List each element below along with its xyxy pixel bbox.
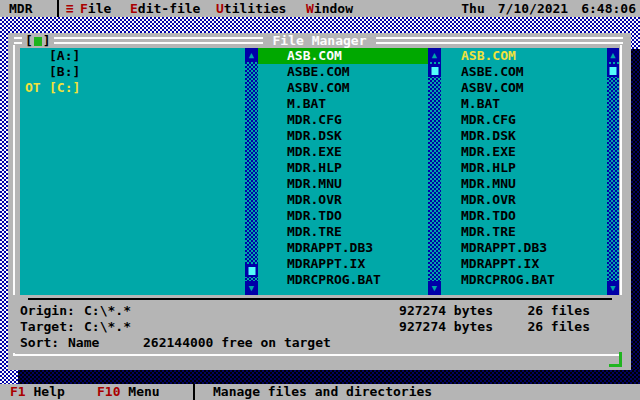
resize-corner[interactable] bbox=[609, 352, 622, 367]
drive-item-a[interactable]: [A:] bbox=[20, 48, 245, 64]
target-label: Target: bbox=[20, 319, 75, 335]
file-row[interactable]: ASBV.COM bbox=[441, 80, 607, 96]
origin-label: Origin: bbox=[20, 303, 75, 319]
file-row[interactable]: ASBE.COM bbox=[441, 64, 607, 80]
scroll-down-icon[interactable]: ▼ bbox=[428, 281, 441, 295]
file-row[interactable]: MDR.TDO bbox=[258, 208, 428, 224]
window-shadow-right bbox=[631, 49, 640, 370]
system-menu-icon[interactable]: ≡ bbox=[66, 0, 74, 17]
file-row[interactable]: M.BAT bbox=[441, 96, 607, 112]
file-row-selected[interactable]: ASB.COM bbox=[258, 48, 428, 64]
file-row[interactable]: MDR.DSK bbox=[441, 128, 607, 144]
origin-target-marker: OT bbox=[25, 80, 41, 96]
origin-bytes: 927274 bytes bbox=[298, 303, 493, 319]
window-title: File Manager bbox=[263, 33, 377, 48]
origin-file-count: 26 files bbox=[503, 303, 590, 319]
file-row-cursor[interactable]: ASB.COM bbox=[441, 48, 607, 64]
menu-window[interactable]: Window bbox=[306, 0, 353, 17]
free-space-text: 262144000 free on target bbox=[143, 335, 331, 351]
scroll-up-icon[interactable]: ▲ bbox=[428, 48, 441, 62]
file-row[interactable]: MDRAPPT.IX bbox=[441, 256, 607, 272]
origin-info-row: Origin: C:\*.* 927274 bytes 26 files bbox=[8, 303, 631, 319]
window-shadow-bottom bbox=[18, 370, 640, 384]
status-separator bbox=[193, 384, 195, 400]
close-button[interactable]: [] bbox=[22, 33, 54, 48]
clock-date: 7/10/2021 bbox=[498, 1, 568, 16]
menu-edit-file[interactable]: Edit-file bbox=[130, 0, 200, 17]
origin-path: C:\*.* bbox=[84, 303, 131, 319]
info-separator-line bbox=[28, 298, 612, 300]
file-row[interactable]: MDR.HLP bbox=[441, 160, 607, 176]
screen: MDR ≡ File Edit-file Utilities Window Th… bbox=[0, 0, 640, 400]
file-row[interactable]: MDR.CFG bbox=[258, 112, 428, 128]
file-row[interactable]: ASBV.COM bbox=[258, 80, 428, 96]
sort-info-row: Sort: Name 262144000 free on target bbox=[8, 335, 631, 351]
scroll-down-icon[interactable]: ▼ bbox=[245, 281, 258, 295]
file-row[interactable]: MDR.TRE bbox=[258, 224, 428, 240]
file-row[interactable]: MDRAPPT.IX bbox=[258, 256, 428, 272]
status-bar: F1 Help F10 Menu Manage files and direct… bbox=[0, 384, 640, 400]
target-bytes: 927274 bytes bbox=[298, 319, 493, 335]
target-file-count: 26 files bbox=[503, 319, 590, 335]
menu-utilities[interactable]: Utilities bbox=[216, 0, 286, 17]
drive-label: [A:] bbox=[49, 48, 80, 63]
sort-label: Sort: bbox=[20, 335, 59, 351]
menu-separator bbox=[57, 0, 59, 17]
clock-time: 6:48:06 bbox=[581, 1, 636, 16]
f10-menu-button[interactable]: F10 Menu bbox=[97, 384, 160, 400]
scrollbar-thumb[interactable] bbox=[607, 64, 619, 77]
file-row[interactable]: MDR.EXE bbox=[441, 144, 607, 160]
scroll-down-icon[interactable]: ▼ bbox=[607, 281, 619, 295]
app-name: MDR bbox=[9, 0, 32, 17]
title-bar[interactable]: [] File Manager bbox=[8, 33, 631, 48]
f1-help-button[interactable]: F1 Help bbox=[10, 384, 65, 400]
file-row[interactable]: ASBE.COM bbox=[258, 64, 428, 80]
file-row[interactable]: MDR.EXE bbox=[258, 144, 428, 160]
status-message: Manage files and directories bbox=[213, 384, 432, 400]
file-row[interactable]: MDR.MNU bbox=[258, 176, 428, 192]
drive-label: [C:] bbox=[49, 80, 80, 95]
clock-day: Thu bbox=[461, 1, 484, 16]
origin-list-scrollbar[interactable]: ▲ ▼ bbox=[428, 48, 441, 295]
scrollbar-thumb[interactable] bbox=[428, 64, 441, 77]
origin-file-list: ASB.COM ASBE.COM ASBV.COM M.BAT MDR.CFG … bbox=[258, 48, 428, 295]
file-row[interactable]: MDR.OVR bbox=[258, 192, 428, 208]
file-row[interactable]: MDRCPROG.BAT bbox=[441, 272, 607, 288]
file-row[interactable]: MDRAPPT.DB3 bbox=[441, 240, 607, 256]
sort-value: Name bbox=[68, 335, 99, 351]
drive-panel-scrollbar[interactable]: ▲ ▼ bbox=[245, 48, 258, 295]
target-path: C:\*.* bbox=[84, 319, 131, 335]
close-icon bbox=[34, 37, 42, 46]
scroll-up-icon[interactable]: ▲ bbox=[245, 48, 258, 62]
info-panel: Origin: C:\*.* 927274 bytes 26 files Tar… bbox=[8, 295, 631, 353]
target-list-scrollbar[interactable]: ▲ ▼ bbox=[607, 48, 619, 295]
scroll-up-icon[interactable]: ▲ bbox=[607, 48, 619, 62]
menu-bar: MDR ≡ File Edit-file Utilities Window Th… bbox=[0, 0, 640, 17]
drive-item-c[interactable]: OT[C:] bbox=[20, 80, 245, 96]
drive-item-b[interactable]: [B:] bbox=[20, 64, 245, 80]
file-row[interactable]: MDRAPPT.DB3 bbox=[258, 240, 428, 256]
file-manager-window: [] File Manager [A:] [B:] OT[C:] ▲ ▼ ASB… bbox=[8, 33, 631, 370]
file-row[interactable]: MDRCPROG.BAT bbox=[258, 272, 428, 288]
target-info-row: Target: C:\*.* 927274 bytes 26 files bbox=[8, 319, 631, 335]
file-row[interactable]: MDR.CFG bbox=[441, 112, 607, 128]
file-row[interactable]: MDR.OVR bbox=[441, 192, 607, 208]
clock: Thu7/10/20216:48:06 bbox=[448, 0, 636, 17]
file-row[interactable]: MDR.TRE bbox=[441, 224, 607, 240]
file-row[interactable]: MDR.TDO bbox=[441, 208, 607, 224]
file-row[interactable]: MDR.DSK bbox=[258, 128, 428, 144]
target-file-list: ASB.COM ASBE.COM ASBV.COM M.BAT MDR.CFG … bbox=[441, 48, 607, 295]
scrollbar-thumb[interactable] bbox=[245, 264, 258, 277]
file-row[interactable]: MDR.HLP bbox=[258, 160, 428, 176]
drive-panel: [A:] [B:] OT[C:] bbox=[20, 48, 245, 295]
file-row[interactable]: MDR.MNU bbox=[441, 176, 607, 192]
window-content: [A:] [B:] OT[C:] ▲ ▼ ASB.COM ASBE.COM AS… bbox=[20, 48, 619, 295]
menu-file[interactable]: File bbox=[80, 0, 111, 17]
file-row[interactable]: M.BAT bbox=[258, 96, 428, 112]
drive-label: [B:] bbox=[49, 64, 80, 79]
